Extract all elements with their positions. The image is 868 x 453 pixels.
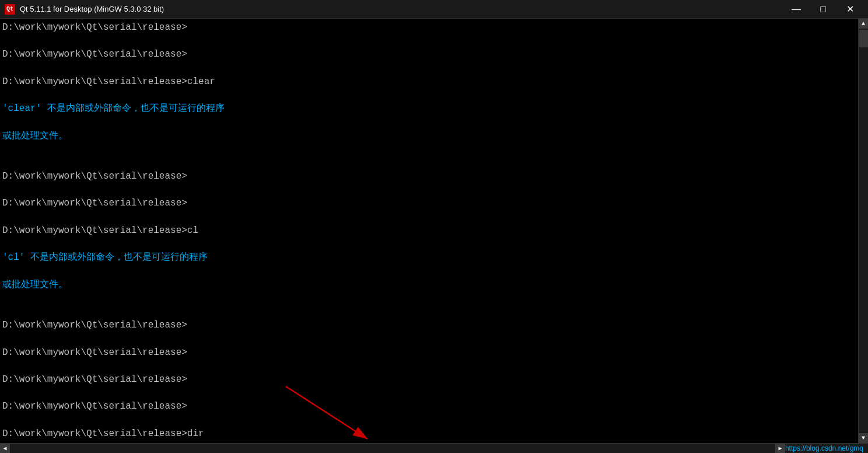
window-controls: — □ ✕ — [783, 0, 863, 19]
minimize-button[interactable]: — — [783, 0, 810, 19]
main-area: D:\work\mywork\Qt\serial\release> D:\wor… — [0, 19, 868, 443]
window-title: Qt 5.11.1 for Desktop (MinGW 5.3.0 32 bi… — [20, 5, 783, 13]
terminal-line: D:\work\mywork\Qt\serial\release> — [2, 400, 856, 413]
scroll-right-arrow[interactable]: ▶ — [775, 444, 785, 454]
terminal-line: D:\work\mywork\Qt\serial\release> — [2, 373, 856, 386]
h-scroll-track[interactable] — [10, 444, 775, 454]
terminal-line: D:\work\mywork\Qt\serial\release> — [2, 170, 856, 183]
terminal-line: 或批处理文件。 — [2, 278, 856, 292]
vertical-scrollbar[interactable]: ▲ ▼ — [858, 19, 868, 443]
terminal-line: D:\work\mywork\Qt\serial\release> — [2, 48, 856, 61]
terminal-window: Qt Qt 5.11.1 for Desktop (MinGW 5.3.0 32… — [0, 0, 868, 453]
terminal-line: D:\work\mywork\Qt\serial\release> — [2, 346, 856, 360]
scroll-left-arrow[interactable]: ◀ — [0, 444, 10, 454]
scroll-track[interactable] — [859, 29, 869, 433]
terminal-line: 'cl' 不是内部或外部命令，也不是可运行的程序 — [2, 251, 856, 264]
scroll-up-arrow[interactable]: ▲ — [859, 19, 869, 29]
terminal-line: D:\work\mywork\Qt\serial\release> — [2, 21, 856, 34]
terminal-line: D:\work\mywork\Qt\serial\release>cl — [2, 224, 856, 238]
terminal-line: D:\work\mywork\Qt\serial\release> — [2, 197, 856, 210]
scroll-thumb[interactable] — [859, 30, 868, 47]
terminal-line: D:\work\mywork\Qt\serial\release>clear — [2, 75, 856, 89]
terminal-line: 'clear' 不是内部或外部命令，也不是可运行的程序 — [2, 102, 856, 116]
horizontal-scrollbar[interactable]: ◀ ▶ https://blog.csdn.net/gmq — [0, 443, 868, 453]
terminal-line: 或批处理文件。 — [2, 130, 856, 143]
scroll-down-arrow[interactable]: ▼ — [859, 433, 869, 443]
title-bar: Qt Qt 5.11.1 for Desktop (MinGW 5.3.0 32… — [0, 0, 868, 19]
terminal-line: D:\work\mywork\Qt\serial\release>dir — [2, 427, 856, 441]
maximize-button[interactable]: □ — [810, 0, 836, 19]
terminal-content[interactable]: D:\work\mywork\Qt\serial\release> D:\wor… — [0, 19, 858, 443]
status-url: https://blog.csdn.net/gmq — [785, 444, 868, 452]
close-button[interactable]: ✕ — [836, 0, 863, 19]
terminal-line: D:\work\mywork\Qt\serial\release> — [2, 319, 856, 332]
app-icon: Qt — [5, 4, 15, 15]
